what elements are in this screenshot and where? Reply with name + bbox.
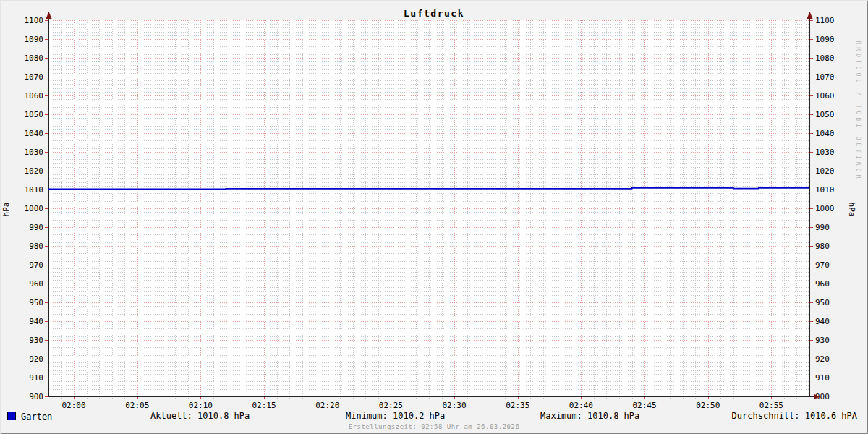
x-tick-label: 02:50 bbox=[696, 401, 720, 410]
stat-aktuell: Aktuell: 1010.8 hPa bbox=[150, 411, 250, 421]
y-tick-label-left: 1080 bbox=[25, 54, 44, 63]
y-tick-label-right: 910 bbox=[815, 373, 830, 383]
x-tick-label: 02:45 bbox=[633, 401, 657, 410]
x-tick-label: 02:55 bbox=[760, 401, 783, 410]
creation-timestamp: Erstellungszeit: 02:58 Uhr am 26.03.2026 bbox=[0, 423, 868, 430]
y-axis-label-left: hPa bbox=[1, 195, 11, 224]
y-tick-label-left: 950 bbox=[29, 298, 43, 307]
x-tick-label: 02:10 bbox=[189, 401, 213, 410]
stat-maximum: Maximum: 1010.8 hPa bbox=[540, 411, 639, 421]
y-tick-label-left: 920 bbox=[29, 354, 43, 364]
y-tick-label-right: 990 bbox=[815, 223, 830, 232]
y-tick-label-right: 1000 bbox=[815, 204, 835, 213]
legend-swatch-garten bbox=[7, 412, 16, 420]
legend-item-garten: Garten bbox=[7, 411, 52, 422]
x-tick-label: 02:20 bbox=[315, 401, 339, 410]
y-tick-label-left: 960 bbox=[29, 279, 43, 289]
y-tick-label-right: 980 bbox=[815, 242, 830, 251]
y-tick-label-left: 1030 bbox=[25, 148, 44, 157]
y-tick-label-left: 930 bbox=[29, 336, 43, 345]
y-tick-label-right: 1050 bbox=[815, 110, 835, 119]
x-tick-label: 02:30 bbox=[443, 401, 467, 410]
y-axis-arrow-right bbox=[807, 12, 813, 19]
stat-durchschnitt: Durchschnitt: 1010.6 hPA bbox=[732, 411, 857, 421]
y-tick-label-right: 1040 bbox=[815, 129, 835, 138]
y-tick-label-left: 990 bbox=[29, 223, 43, 232]
legend-series-label: Garten bbox=[21, 412, 52, 422]
y-tick-label-right: 1010 bbox=[815, 185, 835, 195]
y-tick-label-right: 1080 bbox=[815, 54, 835, 63]
y-tick-label-right: 960 bbox=[815, 279, 830, 289]
y-tick-label-left: 1060 bbox=[25, 91, 44, 101]
y-tick-label-right: 940 bbox=[815, 317, 830, 326]
y-tick-label-left: 1010 bbox=[25, 185, 44, 195]
y-tick-label-right: 1070 bbox=[815, 72, 835, 82]
y-tick-label-right: 1090 bbox=[815, 35, 835, 44]
x-tick-label: 02:15 bbox=[252, 401, 276, 410]
y-tick-label-right: 930 bbox=[815, 336, 830, 345]
y-tick-label-right: 1030 bbox=[815, 148, 835, 157]
y-tick-label-left: 1100 bbox=[25, 16, 44, 25]
y-tick-label-left: 1050 bbox=[25, 110, 44, 119]
y-tick-label-left: 1070 bbox=[25, 72, 44, 82]
x-tick-label: 02:00 bbox=[62, 401, 86, 410]
rrdtool-watermark: RRDTOOL / TOBI OETIKER bbox=[855, 10, 861, 213]
x-tick-label: 02:35 bbox=[506, 401, 529, 410]
rrdtool-graph: Luftdruck 900900910910920920930930940940… bbox=[0, 0, 868, 434]
y-tick-label-right: 970 bbox=[815, 260, 830, 270]
x-tick-label: 02:40 bbox=[569, 401, 593, 410]
y-tick-label-left: 910 bbox=[29, 373, 43, 383]
plot-area: 9009009109109209209309309409409509509609… bbox=[0, 0, 868, 434]
y-tick-label-left: 1040 bbox=[25, 129, 44, 138]
y-tick-label-left: 940 bbox=[29, 317, 43, 326]
y-tick-label-right: 950 bbox=[815, 298, 830, 307]
y-tick-label-right: 1100 bbox=[815, 16, 835, 25]
y-tick-label-left: 980 bbox=[29, 242, 43, 251]
y-tick-label-left: 970 bbox=[29, 260, 43, 270]
y-tick-label-left: 900 bbox=[29, 392, 43, 401]
x-tick-label: 02:25 bbox=[379, 401, 403, 410]
y-tick-label-right: 920 bbox=[815, 354, 830, 364]
y-tick-label-left: 1000 bbox=[25, 204, 44, 213]
stat-minimum: Minimum: 1010.2 hPa bbox=[346, 411, 445, 421]
y-tick-label-right: 1060 bbox=[815, 91, 835, 101]
y-tick-label-right: 1020 bbox=[815, 166, 835, 176]
y-axis-arrow-left bbox=[46, 12, 52, 19]
y-tick-label-left: 1090 bbox=[25, 35, 44, 44]
x-tick-label: 02:05 bbox=[125, 401, 149, 410]
y-tick-label-left: 1020 bbox=[25, 166, 44, 176]
